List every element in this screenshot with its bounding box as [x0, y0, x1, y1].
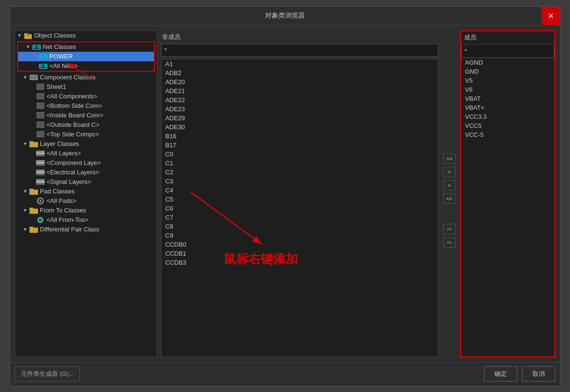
comp-icon6: [36, 131, 45, 138]
all-left-button[interactable]: <<: [443, 193, 456, 204]
diff-folder-icon: [29, 226, 38, 233]
svg-rect-30: [36, 160, 45, 162]
tree-label: <All Nets>: [49, 62, 152, 69]
list-item[interactable]: C4: [162, 186, 438, 195]
tree-label: Net Classes: [43, 43, 152, 50]
move-left-button[interactable]: <=: [443, 237, 456, 248]
tree-item-layer-classes[interactable]: ▼ Layer Classes: [15, 139, 157, 149]
tree-label: <Component Laye>: [47, 159, 155, 166]
tree-label: <All Layers>: [47, 150, 155, 157]
dialog: 对象类浏览器 ✕ ▼ Object Classes: [10, 6, 560, 386]
svg-point-11: [45, 56, 47, 57]
tree-item-net-classes[interactable]: ▼ Net Classes: [18, 42, 154, 52]
list-item[interactable]: ADE20: [162, 77, 438, 86]
layer-folder-icon: [29, 140, 38, 148]
list-item[interactable]: C1: [162, 159, 438, 168]
list-item[interactable]: C6: [162, 204, 438, 213]
svg-rect-32: [36, 164, 45, 166]
list-item[interactable]: CCDB1: [162, 249, 438, 258]
list-item[interactable]: C7: [162, 213, 438, 222]
member-item[interactable]: V5: [461, 76, 554, 85]
tree-item-all-from-tos[interactable]: <All From-Tos>: [15, 215, 157, 225]
move-right-button[interactable]: =>: [443, 224, 456, 234]
tree-item-signal-layers[interactable]: <Signal Layers>: [15, 177, 157, 187]
svg-rect-24: [37, 131, 44, 137]
close-button[interactable]: ✕: [541, 7, 560, 26]
tree-label: <Inside Board Com>: [47, 112, 155, 119]
left-button[interactable]: <: [443, 180, 456, 191]
list-item[interactable]: CCDB3: [162, 258, 438, 267]
member-item[interactable]: VBAT+: [461, 103, 554, 112]
tree-item-from-to-classes[interactable]: ▼ From To Classes: [15, 206, 157, 215]
svg-rect-21: [37, 103, 44, 109]
cancel-button[interactable]: 取消: [522, 366, 555, 382]
list-item[interactable]: B16: [162, 132, 438, 141]
member-item[interactable]: GND: [461, 67, 554, 76]
tree-item-component-classes[interactable]: ▼ IO3 Component Classes: [15, 73, 157, 82]
list-item[interactable]: B17: [162, 141, 438, 150]
members-list[interactable]: AGND GND V5 V6 VBAT VBAT+ VCC3.3 VCC5 VC…: [461, 58, 554, 356]
tree-item-bottom-side[interactable]: <Bottom Side Com>: [15, 101, 157, 111]
layer-icon: [36, 150, 45, 157]
list-item[interactable]: ADE30: [162, 123, 438, 132]
non-member-header: 非成员: [161, 30, 438, 44]
list-item[interactable]: C3: [162, 177, 438, 186]
fromto-icon: [36, 216, 45, 224]
comp-icon4: [36, 112, 45, 119]
list-item[interactable]: C5: [162, 195, 438, 204]
tree-item-diff-pair[interactable]: ▼ Differential Pair Class: [15, 225, 157, 234]
list-item[interactable]: C8: [162, 222, 438, 231]
list-item[interactable]: ADE21: [162, 86, 438, 96]
gen-button[interactable]: 元件类生成器 (G)...: [15, 366, 80, 382]
tree-item-inside-board[interactable]: <Inside Board Com>: [15, 111, 157, 120]
non-member-filter[interactable]: [161, 44, 438, 57]
member-item[interactable]: AGND: [461, 58, 554, 67]
svg-point-42: [39, 200, 41, 202]
list-item[interactable]: ADE29: [162, 114, 438, 123]
tree-item-all-layers[interactable]: <All Layers>: [15, 149, 157, 158]
svg-rect-20: [37, 93, 44, 99]
dialog-title: 对象类浏览器: [265, 11, 305, 20]
tree-item-electrical-layers[interactable]: <Electrical Layers>: [15, 168, 157, 177]
member-item[interactable]: VCC3.3: [461, 112, 554, 121]
tree-item-sheet1[interactable]: Sheet1: [15, 82, 157, 92]
tree-item-component-layers[interactable]: <Component Laye>: [15, 158, 157, 168]
svg-rect-38: [36, 183, 45, 185]
tree-item-top-side[interactable]: <Top Side Compc>: [15, 130, 157, 139]
tree-item-all-components[interactable]: <All Components>: [15, 92, 157, 101]
list-item[interactable]: C2: [162, 168, 438, 177]
members-filter[interactable]: [461, 45, 554, 58]
member-item[interactable]: VCC-5: [461, 130, 554, 139]
bottom-bar: 元件类生成器 (G)... 确定 取消: [10, 362, 560, 386]
list-item[interactable]: ADB2: [162, 68, 438, 77]
svg-rect-33: [36, 170, 45, 172]
list-item[interactable]: CCDB0: [162, 240, 438, 249]
ok-button[interactable]: 确定: [484, 366, 517, 382]
folder-icon: [24, 32, 32, 39]
titlebar: 对象类浏览器 ✕: [10, 7, 560, 26]
layer-icon3: [36, 169, 45, 176]
layer-icon4: [36, 178, 45, 186]
tree-item-object-classes[interactable]: ▼ Object Classes: [15, 31, 157, 40]
comp-icon5: [36, 121, 45, 129]
non-member-list[interactable]: A1 ADB2 ADE20 ADE21 ADE22 ADE23 ADE29 AD…: [161, 59, 438, 357]
svg-rect-34: [36, 172, 45, 173]
tree-item-pad-classes[interactable]: ▼ Pad Classes: [15, 187, 157, 196]
power-net-icon: [39, 53, 48, 60]
tree-item-all-pads[interactable]: <All Pads>: [15, 196, 157, 206]
list-item[interactable]: C9: [162, 231, 438, 240]
list-item[interactable]: A1: [162, 59, 438, 68]
right-button[interactable]: >: [443, 167, 456, 177]
list-item[interactable]: ADE22: [162, 96, 438, 105]
all-right-button[interactable]: >>: [443, 153, 456, 164]
list-item[interactable]: ADE23: [162, 105, 438, 114]
tree-item-all-nets[interactable]: <All Nets>: [18, 61, 154, 71]
list-item[interactable]: C0: [162, 150, 438, 159]
svg-rect-27: [36, 151, 45, 153]
member-item[interactable]: V6: [461, 85, 554, 94]
tree-item-outside-board[interactable]: <Outside Board C>: [15, 120, 157, 130]
tree-label: <Signal Layers>: [47, 178, 155, 185]
member-item[interactable]: VBAT: [461, 94, 554, 103]
tree-item-power[interactable]: POWER: [18, 52, 154, 61]
member-item[interactable]: VCC5: [461, 121, 554, 130]
